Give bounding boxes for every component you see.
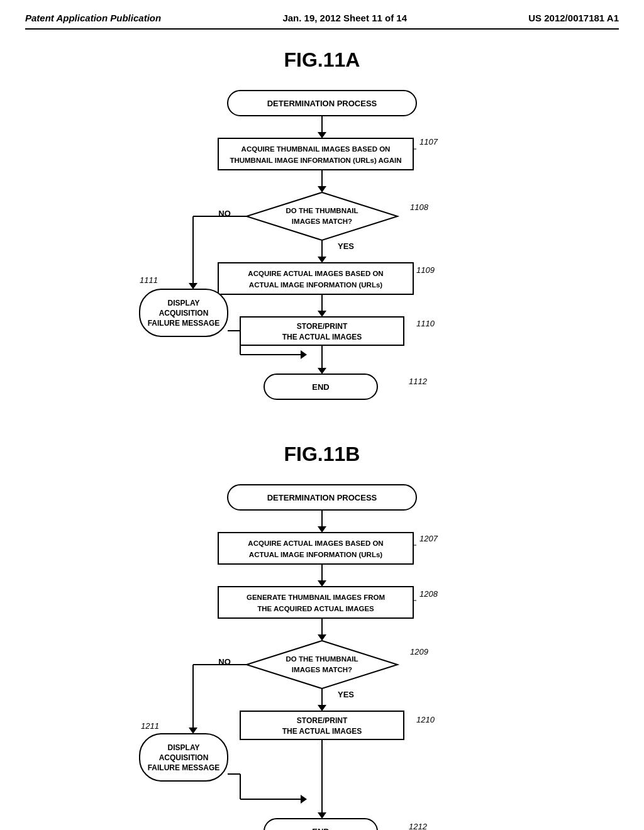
svg-text:ACQUIRE ACTUAL IMAGES BASED ON: ACQUIRE ACTUAL IMAGES BASED ON bbox=[248, 270, 383, 277]
svg-text:YES: YES bbox=[338, 690, 354, 699]
svg-text:DO THE THUMBNAIL: DO THE THUMBNAIL bbox=[286, 655, 358, 663]
svg-text:THUMBNAIL IMAGE INFORMATION (U: THUMBNAIL IMAGE INFORMATION (URLs) AGAIN bbox=[230, 157, 401, 164]
svg-marker-10 bbox=[318, 186, 326, 192]
fig11b-section: FIG.11B DETERMINATION PROCESS 1207 ACQUI… bbox=[25, 443, 619, 830]
fig11a-flowchart: DETERMINATION PROCESS 1107 ACQUIRE THUMB… bbox=[102, 84, 542, 418]
svg-marker-50 bbox=[318, 526, 326, 533]
svg-text:DETERMINATION PROCESS: DETERMINATION PROCESS bbox=[267, 99, 377, 108]
svg-text:1207: 1207 bbox=[419, 534, 438, 543]
svg-text:ACQUIRE THUMBNAIL IMAGES BASED: ACQUIRE THUMBNAIL IMAGES BASED ON bbox=[242, 145, 391, 153]
svg-text:FAILURE MESSAGE: FAILURE MESSAGE bbox=[148, 319, 220, 328]
svg-marker-21 bbox=[318, 257, 326, 263]
svg-text:ACQUISITION: ACQUISITION bbox=[159, 753, 209, 762]
svg-rect-53 bbox=[218, 533, 413, 564]
svg-text:END: END bbox=[312, 382, 329, 392]
svg-marker-88 bbox=[301, 795, 307, 804]
svg-text:1108: 1108 bbox=[410, 202, 429, 212]
svg-text:DO THE THUMBNAIL: DO THE THUMBNAIL bbox=[286, 207, 358, 214]
svg-text:THE ACTUAL IMAGES: THE ACTUAL IMAGES bbox=[282, 727, 362, 736]
svg-text:1112: 1112 bbox=[409, 377, 428, 386]
svg-text:IMAGES MATCH?: IMAGES MATCH? bbox=[292, 218, 352, 225]
svg-text:THE ACQUIRED ACTUAL IMAGES: THE ACQUIRED ACTUAL IMAGES bbox=[257, 605, 374, 612]
svg-text:1110: 1110 bbox=[416, 319, 435, 328]
svg-text:ACTUAL IMAGE INFORMATION (URLs: ACTUAL IMAGE INFORMATION (URLs) bbox=[249, 281, 382, 289]
svg-text:THE ACTUAL IMAGES: THE ACTUAL IMAGES bbox=[282, 333, 362, 341]
svg-marker-72 bbox=[189, 728, 197, 734]
svg-text:1109: 1109 bbox=[416, 265, 435, 275]
svg-text:1111: 1111 bbox=[140, 275, 158, 285]
svg-text:1209: 1209 bbox=[410, 647, 428, 656]
svg-marker-64 bbox=[318, 634, 326, 641]
svg-marker-66 bbox=[247, 641, 397, 689]
header-patent-number: US 2012/0017181 A1 bbox=[528, 13, 619, 23]
svg-rect-24 bbox=[218, 263, 413, 294]
svg-marker-18 bbox=[189, 283, 197, 289]
svg-text:GENERATE THUMBNAIL IMAGES FROM: GENERATE THUMBNAIL IMAGES FROM bbox=[247, 594, 385, 601]
svg-text:1210: 1210 bbox=[416, 715, 435, 724]
svg-text:DISPLAY: DISPLAY bbox=[168, 299, 200, 307]
svg-text:ACQUIRE ACTUAL IMAGES BASED ON: ACQUIRE ACTUAL IMAGES BASED ON bbox=[248, 540, 383, 547]
svg-marker-12 bbox=[247, 192, 397, 240]
svg-text:DISPLAY: DISPLAY bbox=[168, 743, 200, 752]
svg-marker-57 bbox=[318, 580, 326, 587]
svg-text:ACTUAL IMAGE INFORMATION (URLs: ACTUAL IMAGE INFORMATION (URLs) bbox=[249, 551, 382, 558]
svg-text:DETERMINATION PROCESS: DETERMINATION PROCESS bbox=[267, 493, 377, 502]
svg-text:IMAGES MATCH?: IMAGES MATCH? bbox=[292, 666, 352, 673]
fig11a-title: FIG.11A bbox=[25, 48, 619, 72]
svg-text:STORE/PRINT: STORE/PRINT bbox=[297, 716, 348, 725]
fig11b-title: FIG.11B bbox=[25, 443, 619, 466]
svg-text:YES: YES bbox=[338, 241, 354, 251]
fig11b-flowchart: DETERMINATION PROCESS 1207 ACQUIRE ACTUA… bbox=[102, 479, 542, 830]
page: Patent Application Publication Jan. 19, … bbox=[0, 0, 644, 830]
header-date-sheet: Jan. 19, 2012 Sheet 11 of 14 bbox=[282, 13, 407, 23]
svg-text:ACQUISITION: ACQUISITION bbox=[159, 309, 209, 318]
svg-text:1107: 1107 bbox=[419, 137, 438, 147]
svg-text:1211: 1211 bbox=[141, 721, 159, 731]
header: Patent Application Publication Jan. 19, … bbox=[25, 13, 619, 30]
svg-marker-90 bbox=[318, 812, 326, 819]
svg-rect-60 bbox=[218, 587, 413, 618]
svg-text:FAILURE MESSAGE: FAILURE MESSAGE bbox=[148, 763, 220, 772]
header-publication-label: Patent Application Publication bbox=[25, 13, 161, 23]
svg-marker-3 bbox=[318, 132, 326, 138]
svg-marker-75 bbox=[318, 705, 326, 711]
svg-marker-41 bbox=[301, 350, 307, 359]
fig11a-section: FIG.11A DETERMINATION PROCESS 1107 ACQUI… bbox=[25, 48, 619, 418]
svg-text:END: END bbox=[312, 827, 329, 830]
svg-marker-43 bbox=[318, 368, 326, 374]
svg-text:STORE/PRINT: STORE/PRINT bbox=[297, 322, 348, 331]
svg-rect-6 bbox=[218, 138, 413, 170]
svg-text:1208: 1208 bbox=[419, 589, 438, 599]
svg-marker-28 bbox=[318, 311, 326, 317]
svg-text:1212: 1212 bbox=[409, 822, 428, 830]
